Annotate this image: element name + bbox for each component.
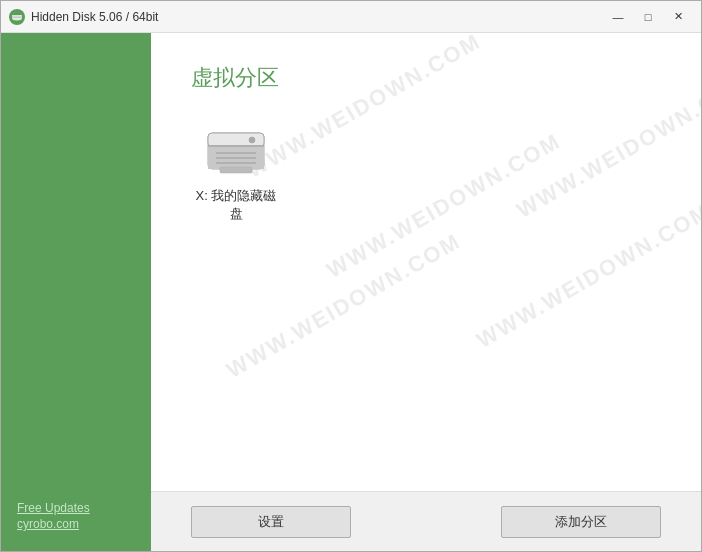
content-area: 虚拟分区 [151,33,701,491]
svg-rect-7 [208,145,264,147]
minimize-button[interactable]: — [603,7,633,27]
disk-icon [204,123,268,179]
close-button[interactable]: ✕ [663,7,693,27]
bottom-bar: 设置 添加分区 [151,491,701,551]
disk-item: X: 我的隐藏磁盘 [191,123,281,223]
sidebar-links: Free Updates cyrobo.com [17,501,151,531]
window-body: Free Updates cyrobo.com WWW.WEIDOWN.COM … [1,33,701,551]
svg-rect-11 [220,167,252,173]
sidebar: Free Updates cyrobo.com [1,33,151,551]
main-content: WWW.WEIDOWN.COM WWW.WEIDOWN.COM WWW.WEID… [151,33,701,551]
svg-rect-6 [208,145,264,169]
section-title: 虚拟分区 [191,63,661,93]
svg-point-12 [249,137,255,143]
svg-rect-3 [12,15,22,17]
title-bar: Hidden Disk 5.06 / 64bit — □ ✕ [1,1,701,33]
settings-button[interactable]: 设置 [191,506,351,538]
window-title: Hidden Disk 5.06 / 64bit [31,10,603,24]
add-partition-button[interactable]: 添加分区 [501,506,661,538]
app-icon [9,9,25,25]
cyrobo-link[interactable]: cyrobo.com [17,517,151,531]
window-controls: — □ ✕ [603,7,693,27]
svg-rect-5 [208,133,264,147]
main-window: Hidden Disk 5.06 / 64bit — □ ✕ Free Upda… [0,0,702,552]
free-updates-link[interactable]: Free Updates [17,501,151,515]
disk-label: X: 我的隐藏磁盘 [191,187,281,223]
maximize-button[interactable]: □ [633,7,663,27]
